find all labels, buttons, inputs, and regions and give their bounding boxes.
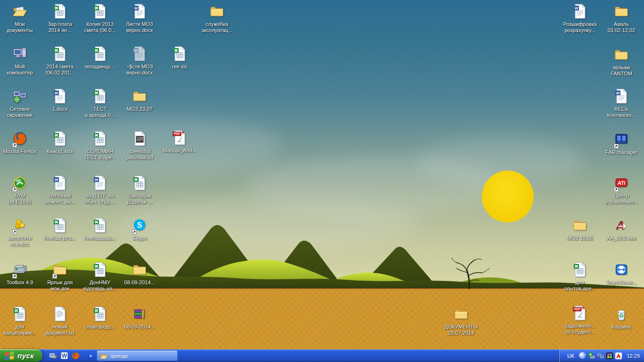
desktop-icon-label: Копия 2013смета (06.0... bbox=[84, 21, 116, 33]
excel-icon bbox=[51, 46, 68, 62]
excel-icon bbox=[571, 262, 588, 278]
quick-launch-bar: W bbox=[42, 352, 82, 360]
medoc-icon bbox=[11, 175, 28, 191]
desktop-icon-slavgorods[interactable]: славгородс... bbox=[80, 306, 120, 330]
language-indicator[interactable]: UK bbox=[564, 353, 577, 359]
task-button-аренда[interactable]: аренда bbox=[97, 350, 178, 361]
desktop-icon-aa-dog-obuch[interactable]: Wаа.Д О Г. наобуч. студ.... bbox=[80, 175, 120, 205]
desktop-icon-label: Корзина bbox=[611, 324, 631, 330]
desktop-icon-folder-08-09-2014[interactable]: 08-09-2014... bbox=[120, 262, 159, 286]
desktop-icon-label: Сетевоеокружение bbox=[7, 106, 33, 118]
desktop-icon-dlya-kancelyarii[interactable]: дляканцелярии... bbox=[0, 306, 40, 336]
excel-icon bbox=[51, 131, 68, 147]
desktop-icon-zadolzhennost[interactable]: PDFЗадолженн...по студент... bbox=[560, 305, 600, 335]
word-icon: W bbox=[51, 175, 68, 191]
word-icon: W bbox=[131, 4, 148, 20]
desktop-icon-skype[interactable]: SSkype bbox=[120, 218, 159, 241]
safely-remove-icon[interactable] bbox=[588, 352, 595, 360]
task-button-label: аренда bbox=[110, 353, 128, 359]
desktop-icon-potochniy-remont[interactable]: Wпоточнийремонт, вік... bbox=[40, 175, 80, 205]
desktop-icon-kniga1-xlsx[interactable]: Книга1.xlsx bbox=[40, 131, 80, 155]
desktop-icon-label: ТЕСТа.аренда 0... bbox=[85, 106, 115, 118]
windows-logo-icon bbox=[4, 351, 15, 361]
excel-icon bbox=[171, 46, 188, 62]
ati-tray-icon[interactable] bbox=[606, 352, 613, 360]
speeddial-icon bbox=[131, 131, 148, 147]
taskbar-clock[interactable]: 12:29 bbox=[627, 353, 640, 359]
desktop-icon-label: дляканцелярии... bbox=[3, 324, 36, 336]
desktop-icon-toolbox-49[interactable]: Toolbox 4.9 bbox=[0, 262, 40, 286]
desktop-icon-1-docx[interactable]: W1.docx bbox=[40, 89, 80, 112]
desktop-icon-dokumenty-28-07-2014[interactable]: ДОКУМЕНТЫ28.07.2014 bbox=[441, 306, 481, 336]
desktop-icon-ati-center[interactable]: ATiЦентруправления... bbox=[602, 175, 641, 205]
task-buttons: аренда bbox=[96, 350, 178, 361]
desktop-icon-rozshifrovka[interactable]: WРозшифровкарозрахунку... bbox=[560, 4, 600, 33]
show-desktop-icon[interactable] bbox=[49, 352, 57, 360]
desktop-icon-zakladam-dodatki[interactable]: ЗакладамДодатки ... bbox=[120, 175, 159, 205]
desktop-icon-zarplata-2014[interactable]: Зар.плата2014 ян... bbox=[40, 4, 80, 33]
shortcut-arrow-icon bbox=[12, 143, 17, 148]
desktop-icon-aa-v32-exe[interactable]: AAA_v3.2.exe bbox=[602, 218, 641, 241]
start-button[interactable]: пуск bbox=[0, 349, 42, 362]
desktop-icon-label: СОЛОМИНТЕСТ а.аре... bbox=[84, 148, 116, 161]
desktop-icon-korzina[interactable]: ♻Корзина bbox=[602, 306, 641, 330]
folder-open-small-icon bbox=[100, 353, 107, 359]
desktop-icon-label: БУМ(M.E.Doc) bbox=[8, 193, 32, 205]
desktop-icon-knigaaaaaaa[interactable]: Книгаааааа... bbox=[80, 218, 120, 241]
svg-text:ATi: ATi bbox=[617, 180, 626, 186]
excel-icon bbox=[91, 218, 108, 234]
firefox-icon bbox=[11, 131, 28, 147]
desktop-icon-moz-19-05[interactable]: МОЗ 19,05 bbox=[560, 218, 600, 241]
desktop-icon-yarlyk-moi-dok[interactable]: Ярлык длямои док bbox=[40, 262, 80, 292]
desktop-icon-moz-23-07[interactable]: МОЗ 23,07 bbox=[120, 89, 159, 112]
desktop-icon-rar-08-09-2014[interactable]: 08-09-2014... bbox=[120, 306, 159, 330]
desktop-icon-my-documents[interactable]: Моидокументы bbox=[0, 4, 40, 33]
desktop-icon-label: FAR manager bbox=[605, 149, 637, 156]
avira-tray-icon[interactable] bbox=[615, 352, 622, 360]
desktop-icon-bum-medoc[interactable]: БУМ(M.E.Doc) bbox=[0, 175, 40, 205]
desktop-icon-label: ВЕСЬКонтинген... bbox=[607, 106, 636, 118]
desktop-icon-ves-kontingent[interactable]: WВЕСЬКонтинген... bbox=[602, 89, 641, 118]
desktop-icon-far-manager[interactable]: FAR manager bbox=[602, 132, 641, 156]
word-quicklaunch-icon[interactable]: W bbox=[60, 352, 68, 360]
desktop-icon-smeta-2014[interactable]: 2014 смета(06.02.201... bbox=[40, 46, 80, 76]
desktop-icon-network-places[interactable]: Сетевоеокружение bbox=[0, 89, 40, 118]
word-icon: W bbox=[91, 175, 108, 191]
network-tray-icon[interactable] bbox=[597, 352, 604, 360]
system-tray: UK ‹ 12:29 bbox=[559, 349, 644, 362]
desktop-icon-manual-and[interactable]: PDFManual_And... bbox=[160, 130, 199, 154]
desktop-icon-my-computer[interactable]: Мойкомпьютер bbox=[0, 46, 40, 76]
desktop-icon-knigaaprpa[interactable]: Книгаапрпа... bbox=[40, 218, 80, 241]
desktop-icon-noviy-document-txt[interactable]: новыйдокумент.txt bbox=[40, 306, 80, 336]
svg-text:W: W bbox=[55, 91, 58, 95]
desktop-icon-dlya-opytov[interactable]: дляопытов.аре... bbox=[560, 262, 600, 292]
desktop-icon-kopiya-2013-smeta[interactable]: Копия 2013смета (06.0... bbox=[80, 4, 120, 33]
desktop-icon-popadincu[interactable]: попадинцу.... bbox=[80, 46, 120, 70]
folder-icon bbox=[131, 262, 148, 278]
desktop-icon-temp-listi-moz[interactable]: W~$сти МОЗверно.docx bbox=[120, 46, 159, 76]
desktop-icon-aval[interactable]: Аваль03,02-12,02 bbox=[602, 4, 641, 33]
desktop-icon-label: Книгаапрпа... bbox=[44, 235, 76, 241]
desktop-icon-yarlyki-fantom[interactable]: ярлыкиFANTOM bbox=[602, 47, 641, 77]
desktop-icon-label: Листи МОЗверно.docx bbox=[126, 21, 153, 33]
desktop-icon-solomin-test[interactable]: СОЛОМИНТЕСТ а.аре... bbox=[80, 131, 120, 161]
excel-icon bbox=[91, 89, 108, 105]
desktop-icon-test-a-arenda[interactable]: ТЕСТа.аренда 0... bbox=[80, 89, 120, 118]
desktop[interactable]: МоидокументыЗар.плата2014 ян...Копия 201… bbox=[0, 0, 644, 349]
desktop-icon-label: 2014 смета(06.02.201... bbox=[45, 64, 74, 76]
firefox-quicklaunch-icon[interactable] bbox=[72, 352, 80, 360]
desktop-icon-mozilla-firefox[interactable]: Mozilla Firefox bbox=[0, 131, 40, 155]
desktop-icon-ree-xls[interactable]: ree.xls bbox=[160, 46, 199, 70]
desktop-icon-sluzhebka-ekspluatac[interactable]: служебкаэксплуатац... bbox=[197, 4, 237, 33]
desktop-icon-label: ДОКУМЕНТЫ28.07.2014 bbox=[445, 324, 478, 336]
desktop-icon-donnmu-vidpovid[interactable]: ДонНМУвідповідь на... bbox=[80, 262, 120, 292]
excel-icon bbox=[91, 4, 108, 20]
desktop-icon-teamviewer[interactable]: TeamViewe... bbox=[602, 262, 641, 286]
desktop-icon-speeddial-rabochiy[interactable]: speeddialрабочий.sd bbox=[120, 131, 159, 161]
quick-launch-overflow-chevron[interactable]: » bbox=[82, 353, 96, 358]
desktop-icon-zapustiti-medoc[interactable]: запуститиm.e.doc bbox=[0, 218, 40, 247]
desktop-icon-label: ~$сти МОЗверно.docx bbox=[126, 64, 153, 76]
svg-text:W: W bbox=[134, 6, 138, 10]
tray-collapse-button[interactable]: ‹ bbox=[579, 352, 586, 359]
desktop-icon-listi-moz-verno[interactable]: WЛисти МОЗверно.docx bbox=[120, 4, 159, 33]
